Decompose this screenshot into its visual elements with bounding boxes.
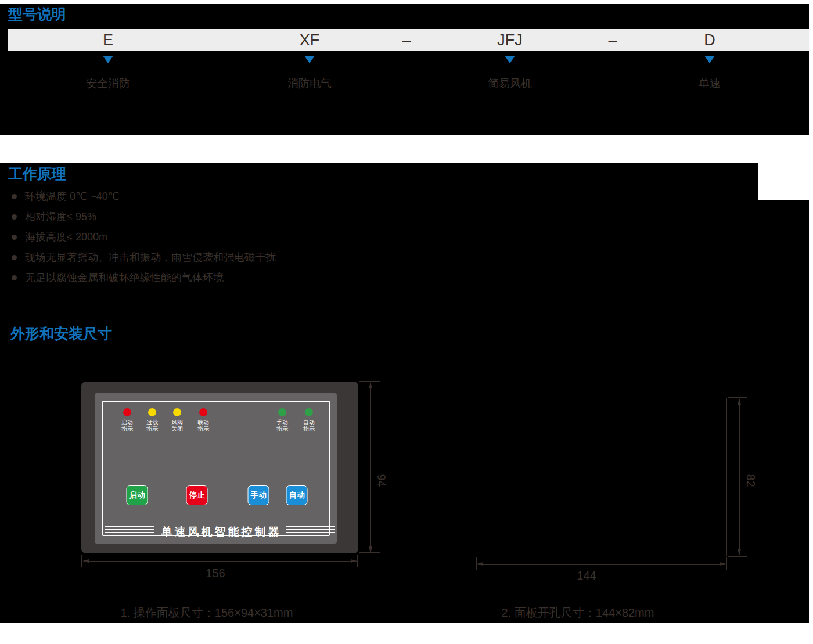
arrow-right-icon [351,559,357,563]
decorative-lines-right [286,526,335,533]
triangle-down-icon [103,56,113,63]
dim-label-94: 94 [375,474,388,487]
list-item: 无足以腐蚀金属和破坏绝缘性能的气体环境 [12,271,276,285]
list-item-text: 无足以腐蚀金属和破坏绝缘性能的气体环境 [25,271,224,285]
led-label: 启动指示 [121,419,133,432]
dim-extension [357,555,358,567]
led-label: 风阀关闭 [171,419,183,432]
led-label-line: 指示 [146,426,158,432]
stop-button: 停止 [186,485,208,505]
dim-extension [726,557,728,570]
dim-line-144 [478,564,725,565]
model-code-segment: XF [300,29,320,51]
list-item: 海拔高度≤ 2000m [12,230,276,244]
dim-line-82 [739,399,740,555]
list-item-text: 相对湿度≤ 95% [25,210,96,224]
decorative-lines-left [105,526,154,533]
led-label-line: 指示 [303,426,315,432]
triangle-down-icon [304,56,315,63]
arrow-left-icon [477,562,483,566]
arrow-up-icon [369,382,372,388]
led-label: 过载指示 [146,419,158,432]
led-label: 自动指示 [303,419,315,432]
model-code-segment: JFJ [497,29,523,51]
dim-label-82: 82 [744,474,757,487]
caption-operation-panel: 1. 操作面板尺寸：156×94×31mm [121,605,293,621]
led-auto-indicator [305,408,313,416]
list-item: 现场无显著摇动、冲击和振动，雨雪侵袭和强电磁干扰 [12,250,276,264]
auto-button: 自动 [286,485,308,505]
working-conditions-list: 环境温度 0℃ ~40℃ 相对湿度≤ 95% 海拔高度≤ 2000m 现场无显著… [12,189,276,291]
cutout-rectangle [476,398,727,556]
arrow-right-icon [720,562,726,566]
led-label-line: 联动 [197,419,209,426]
list-item-text: 海拔高度≤ 2000m [25,230,107,244]
bullet-icon [12,235,17,240]
triangle-down-icon [505,56,515,63]
list-item: 相对湿度≤ 95% [12,210,276,224]
triangle-down-icon [704,56,715,63]
list-item-text: 环境温度 0℃ ~40℃ [25,189,120,203]
model-section-background [0,4,809,135]
dim-extension [728,556,747,557]
dim-label-144: 144 [577,569,596,582]
led-damper-closed-indicator [173,408,181,416]
led-linkage-indicator [199,408,207,416]
led-label-line: 手动 [276,419,288,426]
dim-label-156: 156 [206,567,225,580]
device-title: 单速风机智能控制器 [161,524,282,539]
model-code-meaning: 安全消防 [86,76,130,91]
model-code-dash: – [402,29,411,51]
arrow-left-icon [82,559,89,563]
model-code-meaning: 单速 [699,76,721,91]
bullet-icon [12,255,17,260]
led-label-line: 自动 [303,419,315,426]
divider-line [8,117,805,117]
list-item: 环境温度 0℃ ~40℃ [12,189,276,203]
led-label: 联动指示 [197,419,209,432]
panel-face-border [102,401,330,536]
led-label-line: 风阀 [171,419,183,426]
led-label-line: 指示 [121,426,133,432]
bullet-icon [12,194,17,199]
bullet-icon [12,214,17,220]
led-label-line: 过载 [146,419,158,426]
led-manual-indicator [278,408,286,416]
led-start-indicator [123,408,131,416]
bullet-icon [12,275,17,280]
arrow-up-icon [738,398,741,405]
dim-line-94 [370,383,371,552]
dim-line-156 [84,561,357,562]
model-code-meaning: 简易风机 [488,76,532,91]
led-label: 手动指示 [276,419,288,432]
model-code-segment: D [704,29,715,51]
model-code-segment: E [103,29,113,51]
led-label-line: 指示 [197,426,209,432]
caption-cutout: 2. 面板开孔尺寸：144×82mm [502,605,654,621]
model-section-title: 型号说明 [8,5,66,24]
page-corner-notch [758,163,813,200]
arrow-down-icon [738,549,741,555]
arrow-down-icon [369,546,372,553]
datasheet-page: 型号说明 E XF – JFJ – D 安全消防 消防电气 简易风机 单速 工作… [0,0,813,644]
list-item-text: 现场无显著摇动、冲击和振动，雨雪侵袭和强电磁干扰 [25,250,276,264]
dimensions-section-title: 外形和安装尺寸 [10,324,112,343]
model-code-meaning: 消防电气 [287,76,332,91]
start-button: 启动 [127,485,148,505]
model-code-dash: – [608,29,617,51]
led-label-line: 启动 [121,419,133,426]
model-code-bar: E XF – JFJ – D [8,29,809,51]
led-label-line: 指示 [276,426,288,432]
led-label-line: 关闭 [171,426,183,432]
principle-section-title: 工作原理 [8,164,66,184]
led-overload-indicator [148,408,156,416]
manual-button: 手动 [248,485,269,505]
